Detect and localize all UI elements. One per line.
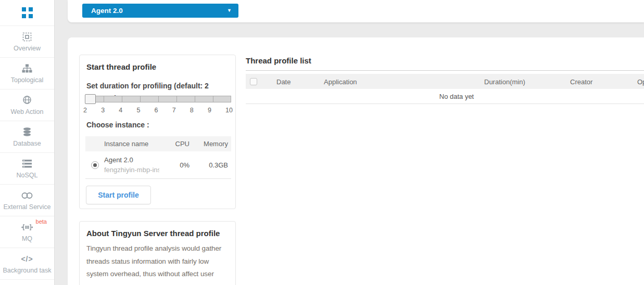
agent-selector-value: Agent 2.0 bbox=[91, 7, 123, 15]
col-date: Date bbox=[276, 77, 291, 85]
mq-queue-icon: beta bbox=[21, 222, 33, 232]
tick-label: 10 bbox=[225, 107, 233, 114]
tick-label: 3 bbox=[101, 107, 105, 114]
tick-label: 9 bbox=[208, 107, 211, 114]
start-card-title: Start thread profile bbox=[86, 62, 156, 71]
agent-selector-dropdown[interactable]: Agent 2.0 ▼ bbox=[82, 4, 238, 18]
sidebar-item-web-action[interactable]: Web Action bbox=[0, 89, 54, 121]
sidebar-item-nosql[interactable]: NoSQL bbox=[0, 153, 54, 185]
sidebar-item-label: NoSQL bbox=[17, 172, 38, 179]
tick-label: 7 bbox=[172, 107, 176, 114]
tick-label: 5 bbox=[136, 107, 140, 114]
main-panel: Start thread profile Set duration for pr… bbox=[68, 37, 644, 285]
tick-label: 8 bbox=[190, 107, 194, 114]
sidebar-item-label: Topological bbox=[11, 76, 44, 84]
chevron-down-icon: ▼ bbox=[227, 8, 232, 13]
instance-table-header: Instance name CPU Memory bbox=[85, 136, 231, 151]
thread-list-title: Thread profile list bbox=[246, 56, 644, 71]
overview-icon bbox=[22, 32, 32, 42]
instance-radio-selected[interactable] bbox=[91, 161, 99, 169]
thread-list-header: Date Application Duration(min) Creator O… bbox=[246, 74, 644, 89]
col-application: Application bbox=[324, 77, 357, 85]
col-cpu: CPU bbox=[159, 140, 190, 148]
database-icon bbox=[22, 127, 32, 137]
sidebar-item-topological[interactable]: Topological bbox=[0, 58, 54, 89]
col-creator: Creator bbox=[570, 77, 592, 85]
app-logo[interactable] bbox=[0, 0, 54, 26]
instance-memory: 0.3GB bbox=[190, 161, 229, 169]
sidebar-item-mq[interactable]: beta MQ bbox=[0, 216, 54, 248]
col-operation: Operation bbox=[637, 77, 644, 85]
instance-row: Agent 2.0 fengzhiyin-mbp-ins 0% 0.3GB bbox=[85, 151, 231, 179]
sidebar-item-overview[interactable]: Overview bbox=[0, 26, 54, 58]
about-card-body: Tingyun thread profile analysis would ga… bbox=[86, 242, 232, 281]
col-duration: Duration(min) bbox=[484, 77, 525, 85]
sidebar-item-label: Web Action bbox=[10, 108, 43, 115]
tick-label: 2 bbox=[83, 107, 87, 114]
empty-state-text: No data yet bbox=[246, 89, 644, 104]
logo-grid-icon bbox=[22, 7, 33, 18]
start-thread-profile-card: Start thread profile Set duration for pr… bbox=[79, 55, 236, 209]
topology-icon bbox=[22, 63, 32, 74]
thread-profile-list: Thread profile list Date Application Dur… bbox=[246, 56, 644, 104]
start-profile-button[interactable]: Start profile bbox=[86, 186, 151, 204]
instance-cpu: 0% bbox=[159, 161, 190, 169]
tick-label: 6 bbox=[155, 107, 158, 114]
about-card-title: About Tingyun Server thread profile bbox=[86, 229, 220, 238]
sidebar-item-label: Database bbox=[13, 140, 41, 147]
tick-label: 4 bbox=[119, 107, 122, 114]
list-icon bbox=[22, 159, 32, 169]
sidebar: Overview Topological Web Action bbox=[0, 0, 55, 285]
duration-slider-track[interactable] bbox=[85, 96, 231, 102]
instance-table: Instance name CPU Memory Agent 2.0 fengz… bbox=[85, 136, 231, 179]
sidebar-item-external-service[interactable]: External Service bbox=[0, 185, 54, 216]
col-memory: Memory bbox=[190, 140, 229, 148]
instance-host: fengzhiyin-mbp-ins bbox=[104, 165, 159, 175]
instance-name: Agent 2.0 bbox=[104, 155, 159, 165]
beta-badge: beta bbox=[36, 218, 47, 225]
sidebar-item-label: Overview bbox=[14, 45, 41, 52]
duration-slider-ticks: 2 3 4 5 6 7 8 9 10 bbox=[83, 107, 233, 114]
choose-instance-label: Choose instance : bbox=[86, 121, 149, 129]
sidebar-item-label: MQ bbox=[22, 235, 32, 242]
duration-slider-handle[interactable] bbox=[85, 94, 96, 104]
sidebar-item-background-task[interactable]: </> Background task bbox=[0, 248, 54, 280]
sidebar-item-label: External Service bbox=[3, 203, 50, 211]
globe-icon bbox=[22, 95, 32, 106]
about-card: About Tingyun Server thread profile Ting… bbox=[79, 221, 236, 285]
sidebar-item-label: Background task bbox=[3, 267, 51, 274]
col-instance-name: Instance name bbox=[104, 140, 159, 148]
select-all-checkbox[interactable] bbox=[250, 78, 257, 85]
link-icon bbox=[21, 190, 33, 201]
sidebar-item-database[interactable]: Database bbox=[0, 121, 54, 153]
code-icon: </> bbox=[21, 254, 33, 264]
topbar: Agent 2.0 ▼ bbox=[68, 0, 644, 22]
